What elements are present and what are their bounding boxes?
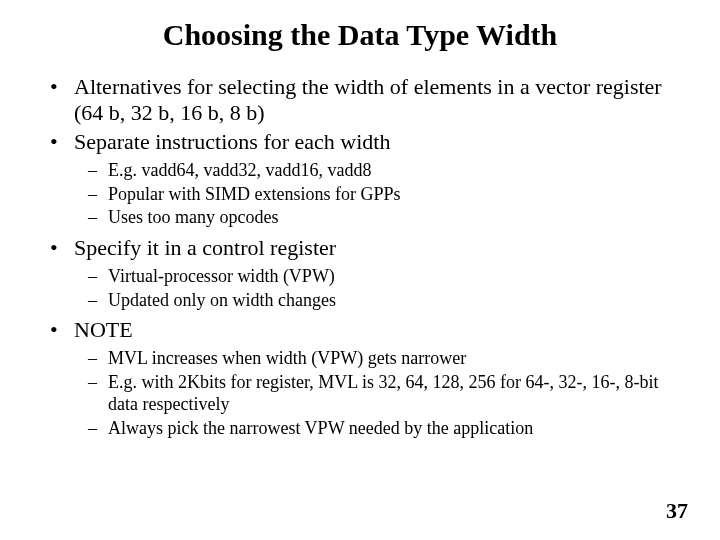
list-item: NOTE MVL increases when width (VPW) gets… — [74, 317, 690, 439]
sub-list: MVL increases when width (VPW) gets narr… — [74, 347, 690, 439]
sub-item: Virtual-processor width (VPW) — [108, 265, 690, 288]
bullet-text: NOTE — [74, 317, 133, 342]
sub-list: E.g. vadd64, vadd32, vadd16, vadd8 Popul… — [74, 159, 690, 229]
page-number: 37 — [666, 498, 688, 524]
sub-item: E.g. vadd64, vadd32, vadd16, vadd8 — [108, 159, 690, 182]
list-item: Specify it in a control register Virtual… — [74, 235, 690, 311]
sub-item: Uses too many opcodes — [108, 206, 690, 229]
sub-item: Always pick the narrowest VPW needed by … — [108, 417, 690, 440]
sub-item: E.g. with 2Kbits for register, MVL is 32… — [108, 371, 690, 416]
list-item: Alternatives for selecting the width of … — [74, 74, 690, 127]
sub-item: Popular with SIMD extensions for GPPs — [108, 183, 690, 206]
bullet-text: Specify it in a control register — [74, 235, 336, 260]
bullet-text: Separate instructions for each width — [74, 129, 390, 154]
sub-list: Virtual-processor width (VPW) Updated on… — [74, 265, 690, 311]
sub-item: MVL increases when width (VPW) gets narr… — [108, 347, 690, 370]
list-item: Separate instructions for each width E.g… — [74, 129, 690, 229]
slide-title: Choosing the Data Type Width — [30, 18, 690, 52]
bullet-list: Alternatives for selecting the width of … — [30, 74, 690, 439]
sub-item: Updated only on width changes — [108, 289, 690, 312]
bullet-text: Alternatives for selecting the width of … — [74, 74, 662, 125]
